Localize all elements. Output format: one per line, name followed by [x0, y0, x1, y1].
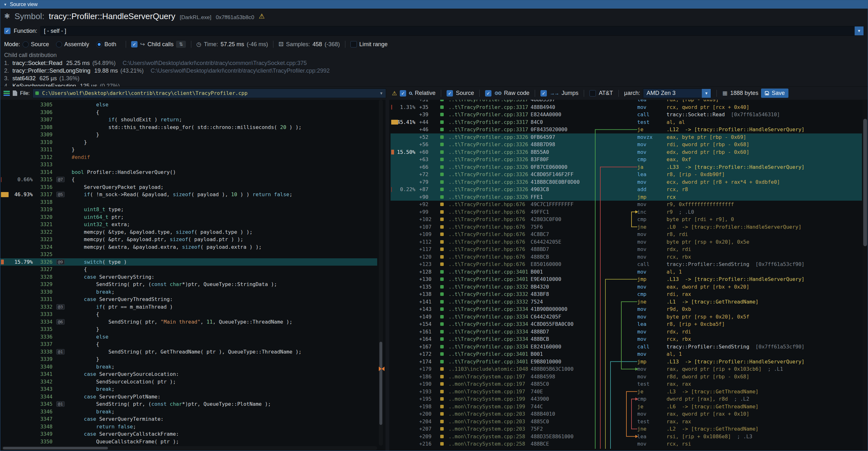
source-line[interactable]: 3329 SendString( ptr, (const char*)ptr, … — [0, 280, 377, 288]
source-line[interactable]: 3337 { — [0, 340, 377, 348]
asm-row[interactable]: +193..mon\TracySystem.cpp:197740Eje.L3 -… — [391, 388, 862, 396]
source-line[interactable]: 3309 } — [0, 131, 377, 139]
source-line[interactable]: 3311} — [0, 146, 377, 153]
titlebar[interactable]: ▼ Source view — [0, 0, 868, 9]
asm-row[interactable]: 15.50%+60..t\TracyProfiler.cpp:33268B55A… — [391, 148, 862, 156]
source-line[interactable]: 3316 ServerQueryPacket payload; — [0, 183, 377, 191]
scrollbar-thumb[interactable] — [3, 447, 108, 449]
source-line[interactable]: 3349 case ServerQueryCallstackFrame: — [0, 430, 377, 438]
asm-row[interactable]: +56..t\TracyProfiler.cpp:3326488B7D98mov… — [391, 141, 862, 148]
source-line[interactable]: 3342 SendSourceLocation( ptr ); — [0, 378, 377, 386]
source-line[interactable]: 46.93%3317@5 if( !m_sock->Read( &payload… — [0, 191, 377, 199]
asm-row[interactable]: +102..t\TracyProfiler.hpp:67642803C0F00c… — [391, 216, 862, 223]
source-line[interactable]: 3325 — [0, 251, 377, 258]
source-line[interactable]: 3305 else — [0, 101, 377, 109]
asm-row[interactable]: +143..t\TracyProfiler.cpp:333441B90B0000… — [391, 305, 862, 313]
save-button[interactable]: Save — [761, 89, 788, 98]
scroll-warning-marker[interactable] — [379, 367, 384, 371]
source-line[interactable]: 3327 { — [0, 266, 377, 273]
source-line[interactable]: 3346 break; — [0, 408, 377, 416]
asm-row[interactable]: +154..t\TracyProfiler.cpp:33344C8D055FBA… — [391, 321, 862, 328]
limit-range-checkbox[interactable] — [350, 41, 357, 48]
asm-row[interactable]: +207..mon\TracySystem.cpp:20375F2jne.L2 … — [391, 425, 862, 433]
asm-row[interactable]: +141..t\TracyProfiler.cpp:33327524jne.L1… — [391, 298, 862, 306]
source-line[interactable]: 3321 uint32_t extra; — [0, 221, 377, 229]
asm-row[interactable]: +186..mon\TracySystem.cpp:197448B4598mov… — [391, 373, 862, 381]
asm-row[interactable]: +216..mon\TracySystem.cpp:258488BCEmovrc… — [391, 440, 862, 448]
source-line[interactable]: 3307 if( shouldExit ) return; — [0, 116, 377, 124]
mode-radio-assembly[interactable]: Assembly — [56, 41, 89, 48]
asm-row[interactable]: +204..mon\TracySystem.cpp:2034885C0testr… — [391, 418, 862, 425]
source-checkbox[interactable]: ✓ — [446, 90, 453, 96]
asm-row[interactable]: +167..t\TracyProfiler.cpp:3334E824160000… — [391, 343, 862, 351]
pane-splitter[interactable] — [385, 100, 389, 451]
asm-row[interactable]: +112..t\TracyProfiler.hpp:676C64424205Em… — [391, 238, 862, 246]
asm-row[interactable]: +52..t\TracyProfiler.cpp:33260FB64597mov… — [391, 133, 862, 141]
asm-row[interactable]: +90..t\TracyProfiler.cpp:3326FFE1jmprcx — [391, 193, 862, 201]
source-line[interactable]: 3313 — [0, 161, 377, 169]
propagate-samples-button[interactable]: ⇅ — [176, 41, 186, 48]
chevron-down-icon[interactable]: ▼ — [855, 26, 864, 35]
asm-row[interactable]: +161..t\TracyProfiler.cpp:3334488BD7movr… — [391, 328, 862, 336]
child-calls-checkbox[interactable]: ✓ — [131, 41, 137, 48]
asm-row[interactable]: +31..t\TracyProfiler.cpp:3317488D5597lea… — [391, 100, 862, 103]
chevron-down-icon[interactable]: ▼ — [702, 89, 711, 98]
source-line[interactable]: 3344 case ServerQueryPlotName: — [0, 393, 377, 401]
asm-row[interactable]: 1.31%+35..t\TracyProfiler.cpp:3317488B49… — [391, 103, 862, 111]
source-line[interactable]: 3345@1 SendString( ptr, (const char*)ptr… — [0, 400, 377, 408]
uarch-select[interactable]: AMD Zen 3 ▼ — [643, 89, 711, 98]
asm-row[interactable]: +72..t\TracyProfiler.cpp:33264C8D05F146F… — [391, 171, 862, 178]
asm-row[interactable]: +79..t\TracyProfiler.cpp:3326418B8C80E0B… — [391, 178, 862, 186]
asm-row[interactable]: +99..t\TracyProfiler.hpp:67649FFC1incr9 … — [391, 208, 862, 216]
source-line[interactable]: 3308 std::this_thread::sleep_for( std::c… — [0, 124, 377, 131]
assembly-vertical-scrollbar[interactable] — [863, 100, 868, 451]
mode-radio-source[interactable]: Source — [23, 41, 49, 48]
file-select[interactable]: C:\Users\wolf\Desktop\darkrl\contrib\tra… — [32, 89, 386, 98]
source-line[interactable]: 3336 else — [0, 333, 377, 341]
source-line[interactable]: 3322 memcpy( &type, &payload.type, sizeo… — [0, 229, 377, 236]
jumps-checkbox[interactable]: ✓ — [540, 90, 547, 96]
asm-row[interactable]: +179..1103\include\atomic:1048488B05B63C… — [391, 365, 862, 373]
att-syntax-checkbox[interactable] — [589, 90, 596, 96]
source-line[interactable]: 3338@1 SendString( ptr, GetThreadName( p… — [0, 348, 377, 356]
source-vertical-scrollbar[interactable] — [379, 100, 383, 446]
source-line[interactable]: 3306 { — [0, 109, 377, 116]
asm-row[interactable]: +135..t\TracyProfiler.cpp:33328B4320move… — [391, 283, 862, 291]
source-line[interactable]: 3314bool Profiler::HandleServerQuery() — [0, 169, 377, 176]
asm-row[interactable]: +174..t\TracyProfiler.cpp:3401E9B8010000… — [391, 358, 862, 366]
child-call-item[interactable]: 2.tracy::Profiler::SendLongString19.88 m… — [4, 67, 864, 74]
asm-row[interactable]: 45.41%+44..t\TracyProfiler.cpp:331784C0t… — [391, 119, 862, 126]
asm-row[interactable]: +120..t\TracyProfiler.hpp:676488BCBmovrc… — [391, 253, 862, 261]
asm-row[interactable]: +39..t\TracyProfiler.cpp:3317E824AA0000c… — [391, 111, 862, 119]
asm-row[interactable]: +117..t\TracyProfiler.hpp:676488BD7movrd… — [391, 246, 862, 253]
function-checkbox[interactable]: ✓ — [4, 28, 10, 34]
asm-row[interactable]: +200..mon\TracySystem.cpp:203488B4010mov… — [391, 410, 862, 418]
asm-row[interactable]: +130..t\TracyProfiler.cpp:3401E9E4010000… — [391, 275, 862, 283]
source-line[interactable]: 3334@6 SendString( ptr, "Main thread", 1… — [0, 318, 377, 326]
asm-row[interactable]: +198..mon\TracySystem.cpp:199744Cje.L6 -… — [391, 403, 862, 411]
asm-row[interactable]: +172..t\TracyProfiler.cpp:3401B001moval,… — [391, 350, 862, 358]
source-line[interactable]: 3347 case ServerQueryTerminate: — [0, 415, 377, 423]
asm-row[interactable]: +63..t\TracyProfiler.cpp:332683F80Fcmpea… — [391, 156, 862, 163]
source-line[interactable]: 3330 break; — [0, 288, 377, 296]
source-line[interactable]: 3339 } — [0, 356, 377, 363]
source-line[interactable]: 3343 break; — [0, 385, 377, 393]
source-line[interactable]: 3323 memcpy( &ptr, &payload.ptr, sizeof(… — [0, 236, 377, 243]
source-line[interactable]: 3310 } — [0, 139, 377, 146]
source-line[interactable]: 3332@3 if( ptr == m_mainThread ) — [0, 303, 377, 311]
child-call-item[interactable]: 4.KeSynchronizeExecution125 µs(0.27%) — [4, 82, 864, 86]
asm-row[interactable]: +128..t\TracyProfiler.cpp:3401B001moval,… — [391, 268, 862, 276]
asm-row[interactable]: +164..t\TracyProfiler.cpp:3334488BCBmovr… — [391, 335, 862, 343]
asm-row[interactable]: +195..mon\TracySystem.cpp:199443900cmpdw… — [391, 395, 862, 403]
asm-row[interactable]: +123..t\TracyProfiler.hpp:676E850160000c… — [391, 261, 862, 268]
source-line[interactable]: 3350 QueueCallstackFrame( ptr ); — [0, 438, 377, 446]
source-line[interactable]: 3341 case ServerQuerySourceLocation: — [0, 370, 377, 378]
source-line[interactable]: 15.79%3326@9 switch( type ) — [0, 258, 377, 266]
source-horizontal-scrollbar[interactable] — [2, 446, 377, 450]
raw-code-checkbox[interactable]: ✓ — [485, 90, 492, 96]
scrollbar-thumb[interactable] — [863, 119, 867, 246]
relative-checkbox[interactable]: ✓ — [400, 90, 406, 96]
source-line[interactable]: 3331 case ServerQueryThreadString: — [0, 296, 377, 303]
source-line[interactable]: 3333 { — [0, 310, 377, 318]
source-line[interactable]: 3328 case ServerQueryString: — [0, 273, 377, 281]
